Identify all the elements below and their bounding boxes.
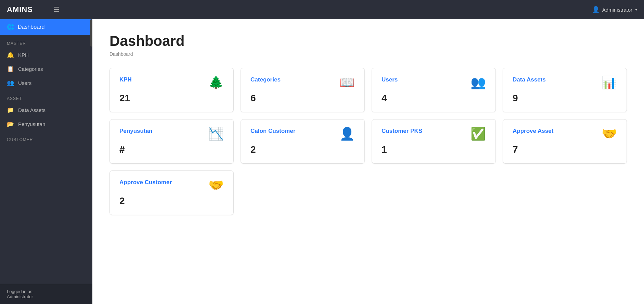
cards-row-2: Penyusutan 📉 # Calon Customer 👤 2 Custom… bbox=[110, 119, 627, 164]
card-approve-asset-top: Approve Asset 🤝 bbox=[513, 128, 617, 140]
card-approve-asset-label: Approve Asset bbox=[513, 128, 553, 135]
app-body: 🌐 Dashboard MASTER 🔔 KPH 📋 Categories 👥 … bbox=[0, 19, 644, 304]
caret-icon: ▾ bbox=[635, 7, 637, 12]
sidebar-section-asset: ASSET bbox=[0, 90, 92, 103]
card-penyusutan-label: Penyusutan bbox=[119, 128, 152, 135]
card-customer-pks-top: Customer PKS ✅ bbox=[382, 128, 486, 140]
sidebar-users-label: Users bbox=[18, 80, 31, 86]
card-users-value: 4 bbox=[382, 93, 486, 104]
page-title: Dashboard bbox=[110, 33, 627, 49]
sidebar-item-penyusutan[interactable]: 📂 Penyusutan bbox=[0, 117, 92, 131]
main-content: Dashboard Dashboard KPH 🌲 21 Categories … bbox=[92, 19, 644, 304]
card-users-top: Users 👥 bbox=[382, 76, 486, 89]
card-data-assets-top: Data Assets 📊 bbox=[513, 76, 617, 89]
card-categories-value: 6 bbox=[250, 93, 355, 104]
sidebar-item-data-assets[interactable]: 📁 Data Assets bbox=[0, 103, 92, 117]
sidebar-item-dashboard[interactable]: 🌐 Dashboard bbox=[0, 19, 92, 35]
card-calon-customer-top: Calon Customer 👤 bbox=[250, 128, 355, 140]
card-kph-top: KPH 🌲 bbox=[119, 76, 224, 89]
hamburger-button[interactable]: ☰ bbox=[53, 5, 60, 14]
depreciation-icon: 📉 bbox=[208, 128, 224, 140]
card-approve-customer-label: Approve Customer bbox=[119, 179, 172, 186]
card-categories-label: Categories bbox=[250, 76, 281, 83]
user-label: Administrator bbox=[602, 7, 632, 13]
checkmark-person-icon: ✅ bbox=[471, 128, 486, 140]
sidebar-item-categories[interactable]: 📋 Categories bbox=[0, 62, 92, 76]
card-calon-customer-label: Calon Customer bbox=[250, 128, 295, 135]
sidebar-section-master: MASTER bbox=[0, 35, 92, 48]
card-approve-asset[interactable]: Approve Asset 🤝 7 bbox=[503, 119, 627, 164]
handshake-icon: 🤝 bbox=[602, 128, 617, 140]
sidebar-footer: Logged in as: Administrator bbox=[0, 284, 92, 304]
card-approve-customer[interactable]: Approve Customer 🤝 2 bbox=[110, 170, 234, 215]
card-categories-top: Categories 📖 bbox=[250, 76, 355, 89]
card-categories[interactable]: Categories 📖 6 bbox=[241, 68, 365, 112]
sidebar-section-customer: CUSTOMER bbox=[0, 131, 92, 144]
sidebar-data-assets-label: Data Assets bbox=[18, 107, 46, 113]
card-data-assets-label: Data Assets bbox=[513, 76, 546, 83]
logged-in-label: Logged in as: bbox=[7, 289, 86, 294]
logged-in-user: Administrator bbox=[7, 294, 86, 299]
cards-row-1: KPH 🌲 21 Categories 📖 6 Users 👥 4 bbox=[110, 68, 627, 112]
sidebar-active-label: Dashboard bbox=[18, 24, 44, 30]
bell-icon: 🔔 bbox=[7, 51, 14, 59]
sidebar-categories-label: Categories bbox=[18, 66, 43, 72]
card-penyusutan[interactable]: Penyusutan 📉 # bbox=[110, 119, 234, 164]
approve-handshake-icon: 🤝 bbox=[208, 179, 224, 191]
card-calon-customer-value: 2 bbox=[250, 144, 355, 155]
dashboard-icon: 🌐 bbox=[7, 23, 14, 31]
sidebar-kph-label: KPH bbox=[18, 52, 29, 58]
sidebar-scrollbar[interactable] bbox=[90, 19, 92, 47]
tree-icon: 🌲 bbox=[208, 76, 224, 89]
card-data-assets-value: 9 bbox=[513, 93, 617, 104]
folder-icon: 📁 bbox=[7, 106, 14, 114]
card-customer-pks-label: Customer PKS bbox=[382, 128, 422, 135]
chart-icon: 📊 bbox=[602, 76, 617, 89]
user-avatar-icon: 👤 bbox=[592, 6, 600, 13]
card-customer-pks[interactable]: Customer PKS ✅ 1 bbox=[372, 119, 496, 164]
card-users[interactable]: Users 👥 4 bbox=[372, 68, 496, 112]
card-kph[interactable]: KPH 🌲 21 bbox=[110, 68, 234, 112]
book-icon: 📋 bbox=[7, 65, 14, 73]
card-approve-customer-top: Approve Customer 🤝 bbox=[119, 179, 224, 191]
group-icon: 👥 bbox=[471, 76, 486, 89]
card-penyusutan-value: # bbox=[119, 144, 224, 155]
sidebar-penyusutan-label: Penyusutan bbox=[18, 121, 45, 127]
card-penyusutan-top: Penyusutan 📉 bbox=[119, 128, 224, 140]
users-icon: 👥 bbox=[7, 79, 14, 87]
navbar-left: AMINS ☰ bbox=[7, 5, 60, 14]
card-customer-pks-value: 1 bbox=[382, 144, 486, 155]
card-kph-label: KPH bbox=[119, 76, 132, 83]
app-brand: AMINS bbox=[7, 5, 33, 14]
sidebar-item-kph[interactable]: 🔔 KPH bbox=[0, 48, 92, 62]
file-icon: 📂 bbox=[7, 121, 14, 128]
card-approve-asset-value: 7 bbox=[513, 144, 617, 155]
card-approve-customer-value: 2 bbox=[119, 195, 224, 206]
person-icon: 👤 bbox=[339, 128, 355, 140]
cards-row-3: Approve Customer 🤝 2 bbox=[110, 170, 627, 215]
sidebar-item-users[interactable]: 👥 Users bbox=[0, 76, 92, 90]
card-data-assets[interactable]: Data Assets 📊 9 bbox=[503, 68, 627, 112]
card-calon-customer[interactable]: Calon Customer 👤 2 bbox=[241, 119, 365, 164]
navbar: AMINS ☰ 👤 Administrator ▾ bbox=[0, 0, 644, 19]
card-kph-value: 21 bbox=[119, 93, 224, 104]
card-users-label: Users bbox=[382, 76, 398, 83]
open-book-icon: 📖 bbox=[339, 76, 355, 89]
breadcrumb: Dashboard bbox=[110, 51, 627, 57]
user-menu[interactable]: 👤 Administrator ▾ bbox=[592, 6, 637, 13]
sidebar: 🌐 Dashboard MASTER 🔔 KPH 📋 Categories 👥 … bbox=[0, 19, 92, 304]
